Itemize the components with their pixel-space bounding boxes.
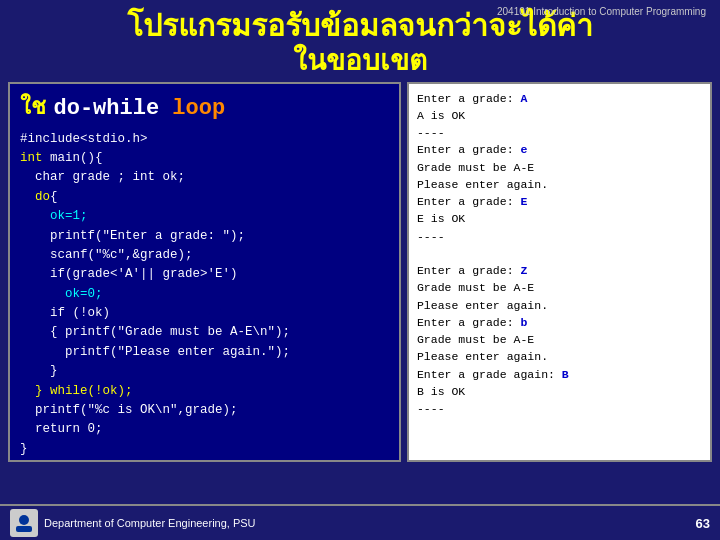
out-1: Enter a grade: A: [417, 90, 702, 107]
code-line-14: } while(!ok);: [20, 382, 389, 401]
out-14: Enter a grade: b: [417, 314, 702, 331]
course-label: 204101 Introduction to Computer Programm…: [497, 6, 706, 17]
output-panel: Enter a grade: A A is OK ---- Enter a gr…: [407, 82, 712, 462]
code-line-4: do{: [20, 188, 389, 207]
out-11: Enter a grade: Z: [417, 262, 702, 279]
dept-icon: [10, 509, 38, 537]
main-content: ใช do-while loop #include<stdio.h> int m…: [8, 82, 712, 462]
out-19: ----: [417, 400, 702, 417]
code-line-17: }: [20, 440, 389, 459]
code-line-6: printf("Enter a grade: ");: [20, 227, 389, 246]
code-line-11: { printf("Grade must be A-E\n");: [20, 323, 389, 342]
out-13: Please enter again.: [417, 297, 702, 314]
code-header-line: ใช do-while loop: [20, 92, 389, 126]
out-2: A is OK: [417, 107, 702, 124]
code-line-1: #include<stdio.h>: [20, 130, 389, 149]
dowhile-label: do-while: [54, 96, 173, 121]
code-line-9: ok=0;: [20, 285, 389, 304]
out-9: ----: [417, 228, 702, 245]
out-15: Grade must be A-E: [417, 331, 702, 348]
title-sub: ในขอบเขต: [16, 44, 704, 78]
code-line-8: if(grade<'A'|| grade>'E'): [20, 265, 389, 284]
out-10: [417, 245, 702, 262]
out-18: B is OK: [417, 383, 702, 400]
out-7: Enter a grade: E: [417, 193, 702, 210]
code-line-7: scanf("%c",&grade);: [20, 246, 389, 265]
code-line-2: int main(){: [20, 149, 389, 168]
footer-logo: Department of Computer Engineering, PSU: [10, 509, 256, 537]
svg-point-0: [19, 515, 29, 525]
out-17: Enter a grade again: B: [417, 366, 702, 383]
out-12: Grade must be A-E: [417, 279, 702, 296]
footer: Department of Computer Engineering, PSU …: [0, 504, 720, 540]
out-16: Please enter again.: [417, 348, 702, 365]
code-line-13: }: [20, 362, 389, 381]
code-panel: ใช do-while loop #include<stdio.h> int m…: [8, 82, 401, 462]
out-3: ----: [417, 124, 702, 141]
code-line-3: char grade ; int ok;: [20, 168, 389, 187]
out-8: E is OK: [417, 210, 702, 227]
footer-dept-text: Department of Computer Engineering, PSU: [44, 517, 256, 529]
out-4: Enter a grade: e: [417, 141, 702, 158]
page-number: 63: [696, 516, 710, 531]
code-line-15: printf("%c is OK\n",grade);: [20, 401, 389, 420]
svg-rect-1: [16, 526, 32, 532]
code-content: #include<stdio.h> int main(){ char grade…: [20, 130, 389, 459]
code-line-16: return 0;: [20, 420, 389, 439]
loop-label: loop: [172, 96, 225, 121]
code-line-10: if (!ok): [20, 304, 389, 323]
out-6: Please enter again.: [417, 176, 702, 193]
use-label: ใช: [20, 96, 46, 121]
code-line-12: printf("Please enter again.");: [20, 343, 389, 362]
code-line-5: ok=1;: [20, 207, 389, 226]
out-5: Grade must be A-E: [417, 159, 702, 176]
header: 204101 Introduction to Computer Programm…: [0, 0, 720, 82]
